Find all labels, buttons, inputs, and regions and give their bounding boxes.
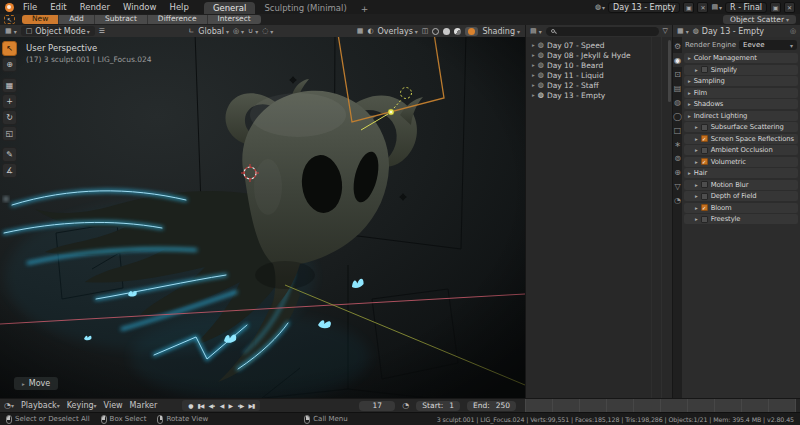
panel-checkbox[interactable] [701, 181, 708, 188]
menu-marker[interactable]: Marker [130, 401, 158, 410]
expand-icon[interactable]: ▸ [688, 101, 691, 107]
panel-motion-blur[interactable]: ▸Motion Blur [684, 180, 798, 190]
add-workspace-button[interactable]: + [356, 4, 374, 14]
panel-checkbox[interactable] [701, 193, 708, 200]
scene-icon[interactable]: ◍ [595, 3, 601, 11]
xray-toggle-icon[interactable]: ◫ [422, 27, 429, 35]
play-reverse-button[interactable]: ◀ [220, 402, 224, 409]
brush-add-button[interactable]: Add [59, 15, 95, 24]
shading-label[interactable]: Shading [482, 27, 515, 36]
active-tool-icon[interactable]: ↖ [4, 15, 15, 24]
tab-sculpting-minimal[interactable]: Sculpting (Minimal) [255, 2, 355, 14]
next-keyframe-button[interactable]: ∙▶ [237, 402, 243, 409]
view-layer-field[interactable]: R - Final [725, 2, 767, 13]
shading-wireframe-icon[interactable] [432, 28, 439, 35]
panel-shadows[interactable]: ▸Shadows [684, 99, 798, 109]
snap-magnet-icon[interactable]: ∪ [248, 27, 253, 35]
frame-start-field[interactable]: Start: 1 [416, 401, 460, 411]
view-layer-delete-button[interactable]: ✕ [784, 2, 795, 13]
panel-color-management[interactable]: ▸Color Management [684, 53, 798, 63]
menu-render[interactable]: Render [76, 2, 114, 12]
panel-checkbox[interactable] [701, 204, 708, 211]
view-layer-dropdown-icon[interactable]: ▾ [719, 4, 722, 11]
expand-icon[interactable]: ▸ [695, 124, 698, 130]
expand-icon[interactable]: ▸ [688, 113, 691, 119]
shading-solid-icon[interactable] [443, 28, 450, 35]
tab-tool[interactable]: ⚙ [673, 39, 682, 53]
panel-checkbox[interactable] [701, 124, 708, 131]
panel-checkbox[interactable] [701, 216, 708, 223]
menu-keying[interactable]: Keying▾ [67, 401, 97, 410]
panel-screen-space-reflections[interactable]: ▸Screen Space Reflections [684, 134, 798, 144]
orientation-icon[interactable]: ∟ [188, 27, 194, 35]
current-frame-field[interactable]: 17 [359, 401, 395, 411]
brush-difference-button[interactable]: Difference [148, 15, 208, 24]
jump-to-end-button[interactable]: ▶▮ [248, 402, 254, 409]
expand-icon[interactable]: ▸ [688, 170, 691, 176]
expand-icon[interactable]: ▸ [532, 72, 535, 78]
shading-dropdown-icon[interactable]: ▾ [517, 28, 520, 35]
orientation-label[interactable]: Global [198, 27, 224, 36]
panel-checkbox[interactable] [701, 135, 708, 142]
panel-indirect-lighting[interactable]: ▸Indirect Lighting [684, 111, 798, 121]
snap-dropdown-icon[interactable]: ▾ [255, 28, 258, 35]
overlays-dropdown-icon[interactable]: ▾ [415, 28, 418, 35]
scene-name-field[interactable]: Day 13 - Empty [608, 2, 680, 13]
tab-general[interactable]: General [204, 2, 256, 14]
expand-icon[interactable]: ▸ [532, 92, 535, 98]
timeline-track[interactable] [525, 399, 796, 412]
expand-icon[interactable]: ▸ [532, 42, 535, 48]
mode-selector[interactable]: □ Object Mode ▾ [21, 26, 95, 36]
tab-material[interactable]: ◔ [673, 193, 682, 207]
render-engine-select[interactable]: Eevee ▾ [739, 40, 797, 50]
panel-ambient-occlusion[interactable]: ▸Ambient Occlusion [684, 145, 798, 155]
rotate-tool-button[interactable]: ↻ [2, 110, 17, 125]
brush-new-button[interactable]: New [22, 15, 59, 24]
panel-bloom[interactable]: ▸Bloom [684, 203, 798, 213]
brush-subtract-button[interactable]: Subtract [95, 15, 148, 24]
prev-keyframe-button[interactable]: ◀∙ [208, 402, 214, 409]
expand-icon[interactable]: ▸ [695, 216, 698, 222]
panel-checkbox[interactable] [701, 66, 708, 73]
orientation-dropdown-icon[interactable]: ▾ [226, 28, 229, 35]
menu-window[interactable]: Window [119, 2, 161, 12]
overlays-label[interactable]: Overlays [378, 27, 413, 36]
editor-type-dropdown-icon[interactable]: ▾ [14, 28, 17, 35]
panel-checkbox[interactable] [701, 147, 708, 154]
operator-panel-move[interactable]: ▸ Move [14, 377, 58, 390]
menu-playback[interactable]: Playback▾ [21, 401, 60, 410]
expand-icon[interactable]: ▸ [695, 193, 698, 199]
panel-subsurface-scattering[interactable]: ▸Subsurface Scattering [684, 122, 798, 132]
cursor-tool-button[interactable]: ⊕ [2, 57, 17, 72]
view-layer-duplicate-button[interactable]: ▣ [770, 2, 781, 13]
panel-checkbox[interactable] [701, 158, 708, 165]
expand-icon[interactable]: ▸ [695, 147, 698, 153]
properties-editor-dropdown-icon[interactable]: ▾ [686, 28, 689, 35]
panel-film[interactable]: ▸Film [684, 88, 798, 98]
expand-icon[interactable]: ▸ [695, 136, 698, 142]
outliner-scrollbar[interactable] [668, 40, 671, 102]
expand-icon[interactable]: ▸ [688, 55, 691, 61]
tab-object[interactable]: □ [673, 123, 682, 137]
viewport-menu-icon[interactable]: ☰ [99, 27, 105, 35]
properties-editor-icon[interactable]: ▦ [677, 27, 684, 35]
jump-to-start-button[interactable]: ▮◀ [198, 402, 204, 409]
pivot-dropdown-icon[interactable]: ▾ [241, 28, 244, 35]
object-scatter-button[interactable]: Object Scatter ▾ [723, 15, 796, 24]
tab-output[interactable]: ⊡ [673, 67, 682, 81]
annotate-tool-button[interactable]: ✎ [2, 147, 17, 162]
tab-modifiers[interactable]: ∗ [673, 137, 682, 151]
panel-freestyle[interactable]: ▸Freestyle [684, 214, 798, 224]
brush-intersect-button[interactable]: Intersect [208, 15, 261, 24]
expand-icon[interactable]: ▸ [688, 78, 691, 84]
expand-icon[interactable]: ▸ [695, 205, 698, 211]
select-tool-button[interactable]: ↖ [2, 41, 17, 56]
expand-icon[interactable]: ▸ [695, 67, 698, 73]
frame-end-field[interactable]: End: 250 [467, 401, 516, 411]
panel-sampling[interactable]: ▸Sampling [684, 76, 798, 86]
tab-render[interactable]: ◉ [673, 53, 682, 67]
outliner-display-dropdown-icon[interactable]: ▾ [539, 28, 542, 35]
expand-icon[interactable]: ▸ [532, 52, 535, 58]
pivot-icon[interactable]: ◎ [233, 27, 239, 35]
menu-edit[interactable]: Edit [46, 2, 70, 12]
